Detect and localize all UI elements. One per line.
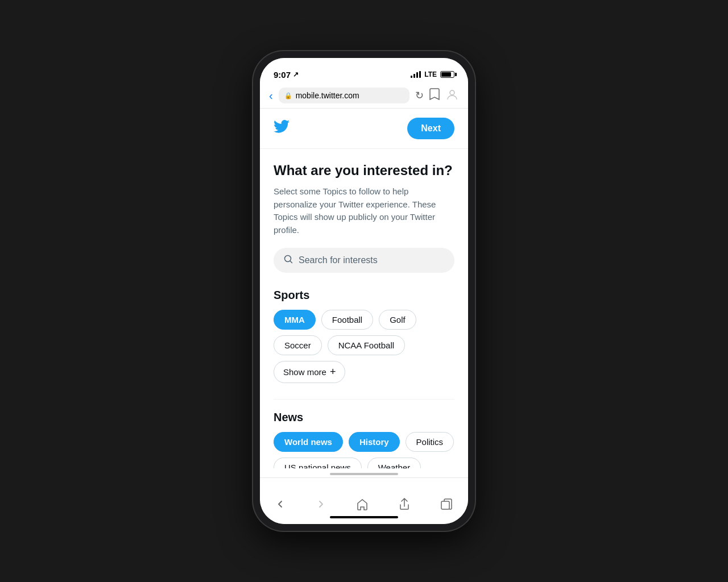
tag-football[interactable]: Football xyxy=(321,310,373,330)
reload-button[interactable]: ↻ xyxy=(415,89,424,102)
lte-label: LTE xyxy=(424,70,437,78)
divider-1 xyxy=(274,399,454,400)
signal-bar-2 xyxy=(413,74,415,78)
sports-tags-row-2: Soccer NCAA Football xyxy=(274,335,454,355)
user-icon xyxy=(445,88,459,102)
nav-back-icon xyxy=(275,499,286,509)
svg-point-0 xyxy=(450,90,454,95)
nav-home-icon xyxy=(356,498,369,510)
nav-share-button[interactable] xyxy=(392,494,417,514)
browser-bar: ‹ 🔒 mobile.twitter.com ↻ xyxy=(260,83,468,109)
tag-us-national-news[interactable]: US national news xyxy=(274,458,362,468)
home-indicator xyxy=(330,516,398,518)
news-section: News World news History Politics US nati… xyxy=(274,411,454,468)
nav-back-button[interactable] xyxy=(268,496,292,513)
address-bar[interactable]: 🔒 mobile.twitter.com xyxy=(279,88,410,103)
news-tags-row-1: World news History Politics xyxy=(274,432,454,452)
tag-politics[interactable]: Politics xyxy=(406,432,454,452)
profile-button[interactable] xyxy=(445,88,459,103)
tag-mma[interactable]: MMA xyxy=(274,310,316,330)
page-title: What are you interested in? xyxy=(274,163,454,178)
scroll-indicator xyxy=(330,473,398,475)
phone-screen: 9:07 ↗ LTE ‹ 🔒 mobile.twit xyxy=(260,58,468,524)
page-body: What are you interested in? Select some … xyxy=(260,149,468,468)
nav-tabs-button[interactable] xyxy=(433,494,460,514)
tag-golf[interactable]: Golf xyxy=(379,310,416,330)
search-bar[interactable]: Search for interests xyxy=(274,248,454,273)
location-arrow: ↗ xyxy=(293,70,299,78)
battery-fill xyxy=(441,72,451,77)
signal-bars xyxy=(411,71,421,78)
sports-show-more-label: Show more xyxy=(283,367,326,377)
nav-home-button[interactable] xyxy=(349,494,375,514)
url-text: mobile.twitter.com xyxy=(296,91,404,100)
news-section-title: News xyxy=(274,411,454,424)
nav-forward-icon xyxy=(316,499,326,509)
twitter-logo xyxy=(274,120,289,138)
search-icon xyxy=(284,255,293,266)
sports-tags-row-1: MMA Football Golf xyxy=(274,310,454,330)
status-bar: 9:07 ↗ LTE xyxy=(260,58,468,83)
sports-show-more-icon: + xyxy=(330,366,336,378)
tag-ncaa-football[interactable]: NCAA Football xyxy=(328,335,405,355)
page-header: Next xyxy=(260,109,468,149)
nav-forward-button[interactable] xyxy=(309,496,333,513)
browser-back-button[interactable]: ‹ xyxy=(269,90,273,101)
nav-share-icon xyxy=(399,498,410,510)
page-content: Next What are you interested in? Select … xyxy=(260,109,468,468)
tag-soccer[interactable]: Soccer xyxy=(274,335,322,355)
nav-tabs-icon xyxy=(440,498,453,510)
sports-section-title: Sports xyxy=(274,289,454,302)
sports-section: Sports MMA Football Golf Soccer NCAA Foo… xyxy=(274,289,454,383)
sports-show-more-button[interactable]: Show more + xyxy=(274,361,345,383)
status-time: 9:07 ↗ xyxy=(274,70,299,80)
signal-bar-4 xyxy=(419,71,421,78)
signal-bar-1 xyxy=(411,76,412,78)
battery-icon xyxy=(440,71,454,78)
svg-rect-2 xyxy=(441,501,449,509)
tag-history[interactable]: History xyxy=(349,432,400,452)
tag-world-news[interactable]: World news xyxy=(274,432,343,452)
page-subtitle: Select some Topics to follow to help per… xyxy=(274,185,454,236)
news-tags-row-2: US national news Weather xyxy=(274,458,454,468)
bookmark-icon xyxy=(429,88,440,101)
bookmark-button[interactable] xyxy=(429,88,440,103)
time-display: 9:07 xyxy=(274,70,291,80)
lock-icon: 🔒 xyxy=(284,92,292,99)
search-placeholder: Search for interests xyxy=(299,255,378,265)
status-icons: LTE xyxy=(411,70,454,78)
signal-bar-3 xyxy=(416,72,418,78)
tag-weather[interactable]: Weather xyxy=(367,458,421,468)
next-button[interactable]: Next xyxy=(407,118,454,139)
phone-frame: 9:07 ↗ LTE ‹ 🔒 mobile.twit xyxy=(253,51,475,531)
